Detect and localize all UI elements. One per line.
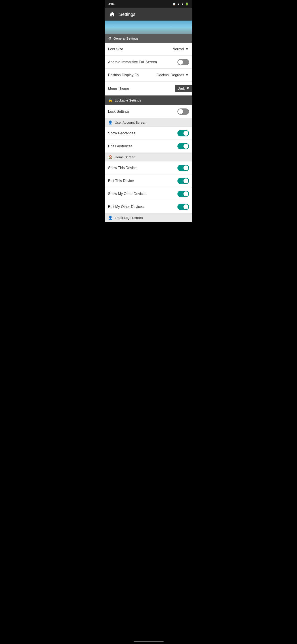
user-account-label: User Account Screen — [115, 120, 146, 124]
menu-theme-dropdown-arrow: ▼ — [186, 86, 190, 91]
lockable-settings-label: Lockable Settings — [115, 98, 141, 102]
edit-this-device-toggle[interactable] — [177, 178, 189, 184]
track-logs-screen-header: 👤 Track Logs Screen — [105, 213, 192, 222]
home-screen-header: 🏠 Home Screen — [105, 153, 192, 162]
font-size-label: Font Size — [108, 47, 173, 51]
wifi-icon: ▲ — [177, 2, 180, 6]
phone-container: 4:04 📋 ▲ ▲ 🔋 Settings ⚙ General Settings… — [105, 0, 192, 222]
home-screen-label: Home Screen — [115, 155, 135, 159]
status-time: 4:04 — [109, 2, 115, 6]
home-nav-button[interactable] — [108, 10, 116, 18]
notification-icon: 📋 — [173, 2, 176, 6]
show-my-other-devices-label: Show My Other Devices — [108, 192, 177, 196]
general-settings-header: ⚙ General Settings — [105, 34, 192, 43]
show-this-device-label: Show This Device — [108, 166, 177, 170]
home-icon — [109, 11, 115, 18]
menu-theme-row[interactable]: Menu Theme Dark ▼ — [105, 82, 192, 96]
user-account-screen-header: 👤 User Account Screen — [105, 118, 192, 127]
show-my-other-devices-toggle-knob — [184, 192, 188, 196]
show-my-other-devices-toggle[interactable] — [177, 191, 189, 197]
font-size-dropdown[interactable]: Normal ▼ — [173, 47, 189, 52]
top-bar: Settings — [105, 8, 192, 20]
edit-my-other-devices-toggle-knob — [184, 204, 188, 209]
android-immersive-toggle[interactable] — [177, 59, 189, 65]
show-this-device-toggle[interactable] — [177, 165, 189, 171]
edit-geofences-label: Edit Geofences — [108, 144, 177, 148]
status-icons: 📋 ▲ ▲ 🔋 — [173, 2, 189, 6]
edit-this-device-row[interactable]: Edit This Device — [105, 174, 192, 188]
font-size-dropdown-arrow: ▼ — [185, 47, 189, 52]
show-this-device-row[interactable]: Show This Device — [105, 162, 192, 174]
edit-this-device-toggle-knob — [184, 178, 188, 183]
lock-icon: 🔒 — [108, 98, 113, 102]
lockable-settings-header: 🔒 Lockable Settings — [105, 96, 192, 105]
show-geofences-label: Show Geofences — [108, 131, 177, 135]
edit-my-other-devices-label: Edit My Other Devices — [108, 205, 177, 209]
lock-settings-toggle-knob — [178, 109, 183, 114]
gear-icon: ⚙ — [108, 36, 111, 40]
menu-theme-label: Menu Theme — [108, 86, 175, 90]
menu-theme-value: Dark — [177, 86, 185, 90]
edit-geofences-toggle[interactable] — [177, 143, 189, 149]
user-account-icon: 👤 — [108, 120, 113, 124]
track-logs-label: Track Logs Screen — [115, 216, 143, 220]
edit-geofences-toggle-knob — [184, 144, 188, 149]
font-size-value: Normal — [173, 47, 184, 51]
show-my-other-devices-row[interactable]: Show My Other Devices — [105, 188, 192, 200]
android-immersive-label: Android Immersive Full Screen — [108, 60, 177, 64]
page-title: Settings — [119, 12, 135, 17]
position-display-dropdown-arrow: ▼ — [185, 73, 189, 77]
android-immersive-row[interactable]: Android Immersive Full Screen — [105, 56, 192, 69]
edit-my-other-devices-toggle[interactable] — [177, 204, 189, 210]
font-size-row[interactable]: Font Size Normal ▼ — [105, 43, 192, 56]
battery-icon: 🔋 — [185, 2, 189, 6]
edit-geofences-row[interactable]: Edit Geofences — [105, 140, 192, 153]
edit-my-other-devices-row[interactable]: Edit My Other Devices — [105, 200, 192, 213]
home-screen-icon: 🏠 — [108, 155, 113, 159]
lock-settings-label: Lock Settings — [108, 110, 177, 114]
lock-settings-row[interactable]: Lock Settings — [105, 105, 192, 118]
general-settings-label: General Settings — [113, 36, 139, 40]
show-this-device-toggle-knob — [184, 166, 188, 170]
position-display-label: Position Display Fo — [108, 73, 157, 77]
position-display-dropdown[interactable]: Decimal Degrees ▼ — [157, 73, 189, 77]
show-geofences-toggle-knob — [184, 131, 188, 136]
map-preview — [105, 20, 192, 34]
status-bar: 4:04 📋 ▲ ▲ 🔋 — [105, 0, 192, 8]
edit-this-device-label: Edit This Device — [108, 179, 177, 183]
lock-settings-toggle[interactable] — [177, 108, 189, 115]
track-logs-icon: 👤 — [108, 216, 113, 220]
position-display-row[interactable]: Position Display Fo Decimal Degrees ▼ — [105, 69, 192, 82]
map-overlay — [105, 27, 192, 34]
position-display-value: Decimal Degrees — [157, 73, 184, 77]
android-immersive-toggle-knob — [178, 60, 183, 64]
show-geofences-row[interactable]: Show Geofences — [105, 127, 192, 140]
signal-icon: ▲ — [181, 2, 184, 6]
menu-theme-dropdown[interactable]: Dark ▼ — [175, 85, 192, 92]
show-geofences-toggle[interactable] — [177, 130, 189, 136]
